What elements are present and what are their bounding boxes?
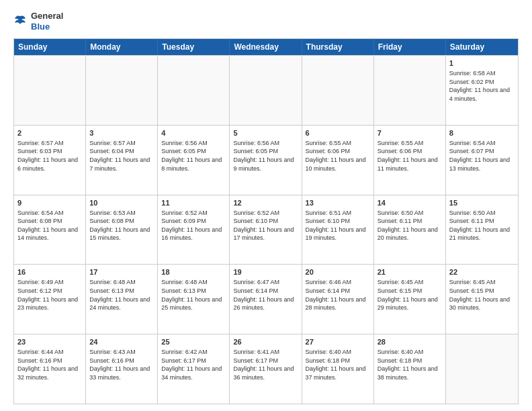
calendar-row: 9 Sunrise: 6:54 AM Sunset: 6:08 PM Dayli… [14, 195, 518, 265]
daylight: Daylight: 11 hours and 6 minutes. [17, 156, 78, 172]
day-number: 26 [233, 337, 298, 347]
sunrise: Sunrise: 6:40 AM [306, 349, 352, 355]
empty-cell [86, 56, 158, 125]
sunrise: Sunrise: 6:43 AM [89, 349, 136, 355]
day-number: 5 [233, 128, 298, 138]
day-cell: 1 Sunrise: 6:58 AM Sunset: 6:02 PM Dayli… [446, 56, 518, 125]
weekday-header: Sunday [14, 39, 86, 55]
day-cell: 13 Sunrise: 6:51 AM Sunset: 6:10 PM Dayl… [302, 195, 374, 265]
cell-info: Sunrise: 6:41 AM Sunset: 6:17 PM Dayligh… [233, 348, 298, 381]
daylight: Daylight: 11 hours and 26 minutes. [233, 296, 294, 312]
daylight: Daylight: 11 hours and 20 minutes. [378, 226, 438, 242]
day-cell: 6 Sunrise: 6:55 AM Sunset: 6:06 PM Dayli… [302, 126, 374, 195]
daylight: Daylight: 11 hours and 16 minutes. [161, 226, 222, 242]
day-cell: 8 Sunrise: 6:54 AM Sunset: 6:07 PM Dayli… [446, 126, 518, 195]
header: General Blue [13, 11, 519, 32]
cell-info: Sunrise: 6:54 AM Sunset: 6:08 PM Dayligh… [17, 209, 82, 242]
day-number: 25 [161, 337, 226, 347]
daylight: Daylight: 11 hours and 7 minutes. [89, 156, 150, 172]
sunset: Sunset: 6:11 PM [449, 218, 494, 224]
sunset: Sunset: 6:09 PM [161, 218, 206, 224]
day-number: 13 [306, 198, 370, 208]
sunrise: Sunrise: 6:51 AM [306, 210, 352, 216]
daylight: Daylight: 11 hours and 4 minutes. [449, 87, 510, 102]
day-number: 27 [306, 337, 370, 347]
day-number: 2 [17, 128, 82, 138]
daylight: Daylight: 11 hours and 17 minutes. [233, 226, 294, 242]
sunset: Sunset: 6:08 PM [17, 218, 62, 224]
cell-info: Sunrise: 6:52 AM Sunset: 6:10 PM Dayligh… [233, 209, 298, 242]
empty-cell [302, 56, 374, 125]
daylight: Daylight: 11 hours and 37 minutes. [306, 365, 366, 381]
daylight: Daylight: 11 hours and 24 minutes. [89, 296, 150, 312]
cell-info: Sunrise: 6:57 AM Sunset: 6:04 PM Dayligh… [89, 139, 154, 173]
day-number: 4 [161, 128, 226, 138]
sunset: Sunset: 6:18 PM [378, 357, 423, 364]
cell-info: Sunrise: 6:55 AM Sunset: 6:06 PM Dayligh… [378, 139, 442, 173]
day-cell: 20 Sunrise: 6:46 AM Sunset: 6:14 PM Dayl… [302, 265, 374, 334]
daylight: Daylight: 11 hours and 14 minutes. [17, 226, 78, 242]
day-number: 24 [89, 337, 154, 347]
day-cell: 27 Sunrise: 6:40 AM Sunset: 6:18 PM Dayl… [302, 334, 374, 404]
day-cell: 23 Sunrise: 6:44 AM Sunset: 6:16 PM Dayl… [14, 334, 86, 404]
daylight: Daylight: 11 hours and 21 minutes. [449, 226, 510, 242]
cell-info: Sunrise: 6:50 AM Sunset: 6:11 PM Dayligh… [449, 209, 515, 242]
sunset: Sunset: 6:05 PM [161, 148, 206, 154]
sunrise: Sunrise: 6:54 AM [449, 140, 496, 146]
sunset: Sunset: 6:10 PM [306, 218, 351, 224]
day-number: 17 [89, 267, 154, 277]
sunset: Sunset: 6:02 PM [449, 79, 494, 85]
daylight: Daylight: 11 hours and 19 minutes. [306, 226, 366, 242]
sunset: Sunset: 6:13 PM [89, 287, 134, 294]
sunset: Sunset: 6:17 PM [161, 357, 206, 364]
day-cell: 2 Sunrise: 6:57 AM Sunset: 6:03 PM Dayli… [14, 126, 86, 195]
sunset: Sunset: 6:13 PM [161, 287, 206, 294]
daylight: Daylight: 11 hours and 29 minutes. [378, 296, 438, 312]
cell-info: Sunrise: 6:51 AM Sunset: 6:10 PM Dayligh… [306, 209, 370, 242]
cell-info: Sunrise: 6:57 AM Sunset: 6:03 PM Dayligh… [17, 139, 82, 173]
day-number: 18 [161, 267, 226, 277]
cell-info: Sunrise: 6:52 AM Sunset: 6:09 PM Dayligh… [161, 209, 226, 242]
logo: General Blue [13, 11, 63, 32]
day-cell: 12 Sunrise: 6:52 AM Sunset: 6:10 PM Dayl… [230, 195, 302, 265]
sunrise: Sunrise: 6:47 AM [233, 279, 279, 285]
day-number: 22 [449, 267, 515, 277]
day-number: 1 [449, 58, 515, 68]
sunset: Sunset: 6:11 PM [378, 218, 423, 224]
sunset: Sunset: 6:14 PM [233, 287, 278, 294]
cell-info: Sunrise: 6:42 AM Sunset: 6:17 PM Dayligh… [161, 348, 226, 381]
day-number: 21 [378, 267, 442, 277]
sunrise: Sunrise: 6:55 AM [306, 140, 352, 146]
calendar-header: SundayMondayTuesdayWednesdayThursdayFrid… [14, 39, 518, 55]
day-cell: 16 Sunrise: 6:49 AM Sunset: 6:12 PM Dayl… [14, 265, 86, 334]
logo-general-text: General [31, 11, 63, 21]
cell-info: Sunrise: 6:43 AM Sunset: 6:16 PM Dayligh… [89, 348, 154, 381]
sunrise: Sunrise: 6:44 AM [17, 349, 64, 355]
cell-info: Sunrise: 6:48 AM Sunset: 6:13 PM Dayligh… [89, 278, 154, 312]
day-cell: 15 Sunrise: 6:50 AM Sunset: 6:11 PM Dayl… [446, 195, 518, 265]
cell-info: Sunrise: 6:56 AM Sunset: 6:05 PM Dayligh… [233, 139, 298, 173]
weekday-header: Monday [86, 39, 158, 55]
day-number: 19 [233, 267, 298, 277]
calendar-row: 16 Sunrise: 6:49 AM Sunset: 6:12 PM Dayl… [14, 264, 518, 334]
cell-info: Sunrise: 6:50 AM Sunset: 6:11 PM Dayligh… [378, 209, 442, 242]
sunrise: Sunrise: 6:42 AM [161, 349, 208, 355]
sunrise: Sunrise: 6:57 AM [17, 140, 64, 146]
sunrise: Sunrise: 6:57 AM [89, 140, 136, 146]
logo-blue-text: Blue [31, 21, 63, 32]
calendar-row: 2 Sunrise: 6:57 AM Sunset: 6:03 PM Dayli… [14, 125, 518, 195]
sunrise: Sunrise: 6:54 AM [17, 210, 64, 216]
empty-cell [374, 56, 446, 125]
sunset: Sunset: 6:14 PM [306, 287, 351, 294]
cell-info: Sunrise: 6:40 AM Sunset: 6:18 PM Dayligh… [378, 348, 442, 381]
daylight: Daylight: 11 hours and 9 minutes. [233, 156, 294, 172]
weekday-header: Tuesday [158, 39, 230, 55]
sunrise: Sunrise: 6:50 AM [378, 210, 424, 216]
cell-info: Sunrise: 6:58 AM Sunset: 6:02 PM Dayligh… [449, 69, 515, 103]
day-cell: 26 Sunrise: 6:41 AM Sunset: 6:17 PM Dayl… [230, 334, 302, 404]
day-cell: 25 Sunrise: 6:42 AM Sunset: 6:17 PM Dayl… [158, 334, 230, 404]
sunset: Sunset: 6:07 PM [449, 148, 494, 154]
day-cell: 3 Sunrise: 6:57 AM Sunset: 6:04 PM Dayli… [86, 126, 158, 195]
sunrise: Sunrise: 6:56 AM [161, 140, 208, 146]
daylight: Daylight: 11 hours and 25 minutes. [161, 296, 222, 312]
